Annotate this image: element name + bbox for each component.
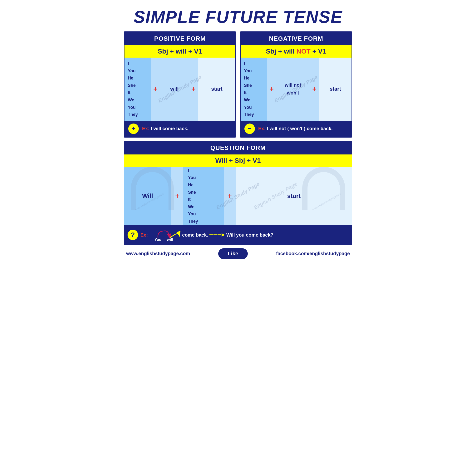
negative-formula: Sbj + will NOT + V1 <box>241 45 352 58</box>
footer: www.englishstudypage.com Like facebook.c… <box>124 245 352 260</box>
negative-example-text: Ex: I will not ( won't ) come back. <box>258 126 333 131</box>
negative-plus2: + <box>310 58 319 121</box>
main-title: SIMPLE FUTURE TENSE <box>124 5 352 32</box>
svg-text:will: will <box>167 238 173 241</box>
negative-formula-not: NOT <box>297 48 311 55</box>
svg-text:You: You <box>154 238 161 241</box>
negative-formula-end: + V1 <box>311 48 326 55</box>
question-ex-label: Ex: <box>140 232 148 238</box>
positive-subjects: I You He She It We You They <box>124 58 151 121</box>
question-example-bar: ? Ex: <box>124 225 352 245</box>
negative-example-icon: − <box>244 123 255 134</box>
question-will: Will <box>124 167 171 225</box>
dashed-arrow <box>209 233 225 237</box>
footer-right: facebook.com/englishstudypage <box>276 251 350 256</box>
positive-ex-sentence: I will come back. <box>151 126 188 131</box>
like-button[interactable]: Like <box>218 248 248 259</box>
negative-verb: start <box>319 58 352 121</box>
question-section: QUESTION FORM Will + Sbj + V1 www.englis… <box>124 141 352 245</box>
negative-ex-sentence: I will not ( won't ) come back. <box>267 126 333 131</box>
positive-formula: Sbj + will + V1 <box>124 45 235 58</box>
question-formula: Will + Sbj + V1 <box>124 154 352 167</box>
question-arrow-diagram: You will come back. Will you come back? <box>152 228 273 241</box>
negative-ex-label: Ex: <box>258 126 266 131</box>
question-plus2: + <box>224 167 236 225</box>
negative-will-not-bottom: won't <box>287 90 299 96</box>
curved-arrows-group: You will <box>152 228 181 241</box>
question-header: QUESTION FORM <box>124 141 352 154</box>
positive-header: POSITIVE FORM <box>124 32 235 45</box>
positive-plus1: + <box>151 58 160 121</box>
positive-grid: I You He She It We You They + will + sta… <box>124 58 235 121</box>
question-plus1: + <box>171 167 183 225</box>
negative-grid: I You He She It We You They + will not w… <box>241 58 352 121</box>
positive-plus2: + <box>189 58 198 121</box>
negative-will-not-line <box>281 89 305 89</box>
negative-example-bar: − Ex: I will not ( won't ) come back. <box>241 121 352 137</box>
positive-example-bar: + Ex: I will come back. <box>124 121 235 137</box>
negative-formula-base: Sbj + will <box>266 48 296 55</box>
question-example-icon: ? <box>128 230 138 240</box>
positive-section: POSITIVE FORM Sbj + will + V1 I You He S… <box>124 32 236 137</box>
negative-will-not-stack: will not won't <box>281 82 305 96</box>
positive-example-icon: + <box>128 123 139 134</box>
negative-will-not: will not won't <box>276 58 310 121</box>
question-verb: start <box>236 167 352 225</box>
question-come-back: come back. <box>182 232 208 238</box>
positive-will: will <box>160 58 189 121</box>
arrow-head-icon <box>221 233 225 237</box>
negative-header: NEGATIVE FORM <box>241 32 352 45</box>
positive-example-text: Ex: I will come back. <box>142 126 188 131</box>
question-subjects: I You He She It We You They <box>183 167 224 225</box>
footer-left: www.englishstudypage.com <box>126 251 190 256</box>
negative-plus1: + <box>267 58 276 121</box>
negative-section: NEGATIVE FORM Sbj + will NOT + V1 I You … <box>240 32 352 137</box>
negative-will-not-top: will not <box>285 82 301 88</box>
positive-verb: start <box>198 58 235 121</box>
positive-ex-label: Ex: <box>142 126 150 131</box>
question-result-text: Will you come back? <box>226 232 273 238</box>
curved-arrows-svg: You will <box>152 228 181 241</box>
negative-subjects: I You He She It We You They <box>241 58 267 121</box>
question-grid: www.englishstudypage.com www.englishstud… <box>124 167 352 225</box>
